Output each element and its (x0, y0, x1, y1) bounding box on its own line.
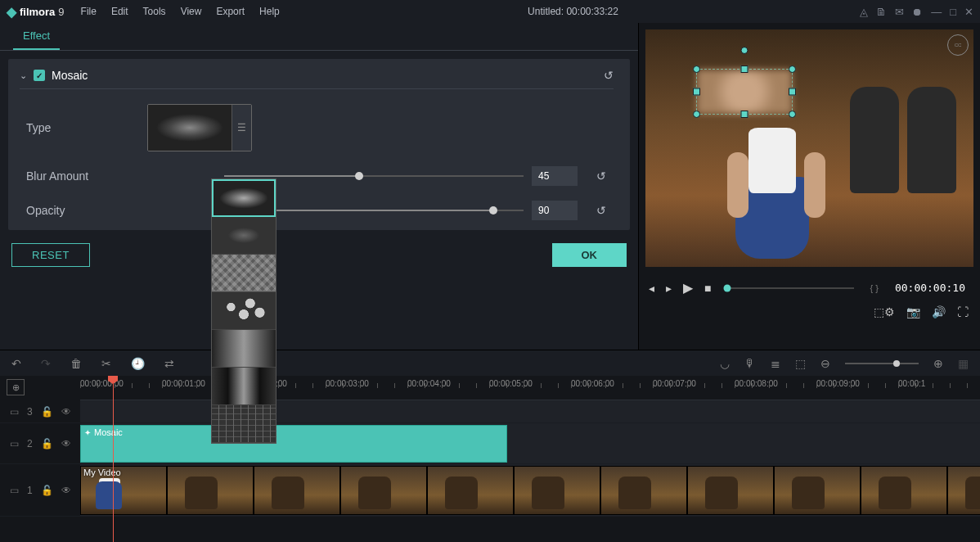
redo-icon[interactable]: ↷ (41, 357, 51, 370)
blur-type-3[interactable] (212, 255, 276, 292)
preview-viewport[interactable]: CC (645, 29, 973, 267)
save-icon[interactable]: 🗎 (876, 6, 887, 18)
close-icon[interactable]: ✕ (964, 6, 973, 18)
marker-icon[interactable]: ◡ (720, 357, 730, 370)
play-icon[interactable]: ▶ (683, 280, 693, 296)
lock-icon[interactable]: 🔓 (41, 438, 53, 449)
clip-video[interactable]: My Video (80, 466, 980, 515)
menu-tools[interactable]: Tools (137, 2, 173, 20)
zoom-in-icon[interactable]: ⊕ (933, 357, 943, 370)
video-thumb (514, 466, 600, 515)
mic-icon[interactable]: ⏺ (912, 6, 923, 18)
blur-type-2[interactable] (212, 217, 276, 255)
stop-icon[interactable]: ■ (704, 282, 711, 295)
menu-export[interactable]: Export (209, 2, 251, 20)
ok-button[interactable]: OK (552, 243, 627, 267)
opacity-reset-icon[interactable]: ↺ (589, 204, 614, 217)
prev-frame-icon[interactable]: ◂ (649, 282, 654, 295)
blur-reset-icon[interactable]: ↺ (589, 169, 614, 183)
lock-icon[interactable]: 🔓 (41, 485, 53, 496)
video-thumb (340, 466, 427, 515)
handle-br[interactable] (789, 111, 796, 118)
blur-type-5[interactable] (212, 330, 276, 368)
mark-range[interactable]: { } (870, 283, 879, 293)
video-thumb (167, 466, 254, 515)
zoom-knob[interactable] (893, 360, 900, 367)
mixer-icon[interactable]: ≣ (771, 357, 780, 370)
blur-type-1[interactable] (212, 179, 276, 217)
preview-pane: CC ◂ ▸ ▶ ■ { } 00:00:00:10 ⬚⚙ 📷 🔊 ⛶ (638, 23, 980, 350)
video-thumb (600, 466, 687, 515)
blur-label: Blur Amount (20, 169, 151, 183)
blur-value[interactable] (532, 166, 578, 186)
playback-controls: ◂ ▸ ▶ ■ { } 00:00:00:10 (639, 267, 980, 302)
video-thumb (427, 466, 514, 515)
collapse-icon[interactable]: ⌄ (20, 70, 27, 81)
tab-effect[interactable]: Effect (13, 23, 60, 50)
quality-icon[interactable]: ⬚⚙ (874, 305, 895, 318)
cut-icon[interactable]: ✂ (101, 357, 111, 370)
effect-panel: Effect ⌄ ✓ Mosaic ↺ Type ☰ Blur Amount (0, 23, 638, 350)
eye-icon[interactable]: 👁 (61, 485, 71, 496)
menu-edit[interactable]: Edit (105, 2, 135, 20)
handle-ml[interactable] (693, 88, 700, 96)
eye-icon[interactable]: 👁 (61, 438, 71, 449)
track-1-body[interactable]: My Video (80, 464, 980, 516)
effect-icon: ✦ (84, 428, 91, 437)
lock-icon[interactable]: 🔓 (41, 406, 53, 418)
blur-type-7[interactable] (212, 405, 276, 443)
maximize-icon[interactable]: □ (950, 6, 956, 18)
ruler-mark: 00:00:06:00 (571, 376, 653, 388)
handle-bl[interactable] (693, 111, 700, 118)
zoom-slider[interactable] (845, 363, 919, 364)
fullscreen-icon[interactable]: ⛶ (957, 305, 969, 318)
mosaic-checkbox[interactable]: ✓ (34, 70, 45, 81)
minimize-icon[interactable]: — (931, 6, 942, 18)
window-controls: ◬ 🗎 ✉ ⏺ — □ ✕ (860, 6, 973, 18)
blur-type-4[interactable] (212, 292, 276, 330)
menu-view[interactable]: View (174, 2, 209, 20)
type-selector[interactable]: ☰ (147, 104, 252, 151)
blur-type-6[interactable] (212, 368, 276, 405)
mail-icon[interactable]: ✉ (895, 6, 904, 18)
type-dropdown-icon[interactable]: ☰ (232, 105, 251, 151)
next-frame-icon[interactable]: ▸ (666, 282, 672, 295)
handle-mr[interactable] (789, 88, 796, 96)
playhead[interactable] (113, 376, 114, 542)
handle-tl[interactable] (693, 65, 700, 73)
mosaic-selection[interactable] (696, 69, 793, 115)
handle-tr[interactable] (789, 65, 796, 73)
eye-icon[interactable]: 👁 (61, 406, 71, 418)
account-icon[interactable]: ◬ (860, 6, 868, 18)
revert-icon[interactable]: ↺ (604, 69, 614, 82)
delete-icon[interactable]: 🗑 (70, 357, 82, 370)
playback-slider[interactable] (727, 287, 853, 289)
handle-tm[interactable] (741, 65, 748, 73)
history-icon[interactable]: 🕘 (131, 357, 145, 370)
snapshot-icon[interactable]: 📷 (906, 305, 920, 318)
blur-knob[interactable] (355, 172, 363, 180)
opacity-value[interactable] (532, 201, 578, 220)
type-dropdown[interactable] (211, 178, 276, 444)
handle-bm[interactable] (741, 111, 748, 118)
reset-button[interactable]: RESET (11, 243, 90, 267)
clip-mosaic[interactable]: ✦Mosaic (80, 425, 507, 463)
handle-rotate[interactable] (741, 47, 748, 54)
track-num: 1 (27, 485, 33, 496)
volume-icon[interactable]: 🔊 (932, 305, 946, 318)
bg-person-1 (850, 87, 899, 193)
track-num: 2 (27, 438, 33, 449)
add-track-button[interactable]: ⊕ (7, 379, 25, 395)
opacity-knob[interactable] (489, 206, 497, 215)
zoom-out-icon[interactable]: ⊖ (820, 357, 830, 370)
menu-file[interactable]: File (74, 2, 103, 20)
ruler-mark: 00:00:04:00 (407, 376, 489, 388)
menu-help[interactable]: Help (253, 2, 286, 20)
crop-icon[interactable]: ⬚ (795, 357, 806, 370)
voiceover-icon[interactable]: 🎙 (744, 357, 756, 370)
playback-knob[interactable] (724, 284, 731, 291)
settings-icon[interactable]: ⇄ (164, 357, 174, 370)
fit-icon[interactable]: ▦ (958, 357, 969, 370)
undo-icon[interactable]: ↶ (11, 357, 21, 370)
blur-slider[interactable] (224, 175, 524, 177)
